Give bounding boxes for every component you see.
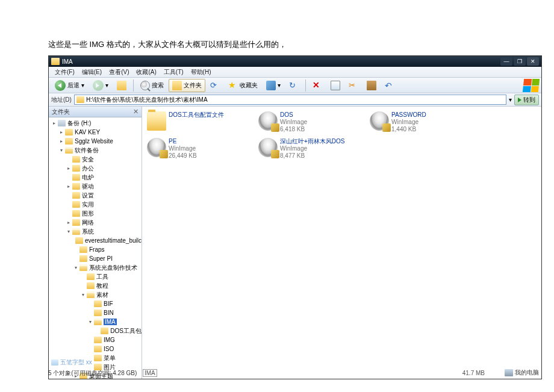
file-item[interactable]: PEWinImage26,449 KB — [146, 137, 251, 161]
menu-file[interactable]: 文件(F) — [51, 68, 78, 76]
file-item[interactable]: DOSWinImage6,418 KB — [257, 110, 363, 134]
file-item[interactable]: PASSWORDWinImage1,440 KB — [369, 110, 474, 134]
back-icon — [55, 80, 66, 91]
file-item[interactable]: 深山红叶+雨林木风DOSWinImage8,477 KB — [257, 137, 363, 161]
cut-button[interactable]: ✂ — [345, 79, 362, 92]
tree-node[interactable]: ▾系统光盘制作技术 — [49, 263, 142, 272]
expand-icon[interactable]: ▸ — [58, 138, 64, 144]
folder-tree[interactable]: ▸备份 (H:)▸KAV KEY▸Sgglz Website▾软件备份安全▸办公… — [49, 117, 142, 379]
expand-icon[interactable]: ▸ — [51, 120, 57, 126]
tree-node[interactable]: Super PI — [49, 254, 142, 263]
address-dropdown[interactable]: ▾ — [509, 96, 512, 103]
undo-button[interactable]: ↶ — [381, 79, 398, 92]
tree-node[interactable]: BIF — [49, 299, 142, 308]
expand-icon[interactable]: ▸ — [58, 129, 64, 135]
sync-button[interactable]: ↻ — [285, 79, 302, 92]
expand-icon[interactable]: ▾ — [58, 148, 64, 153]
tree-node[interactable]: ▸驱动 — [49, 182, 142, 191]
maximize-button[interactable]: ❐ — [514, 57, 526, 66]
tree-node[interactable]: ISO — [49, 344, 142, 353]
expand-icon[interactable] — [87, 310, 93, 316]
tree-node[interactable]: 安全 — [49, 155, 142, 164]
views-button[interactable]: ▾ — [263, 79, 284, 92]
expand-icon[interactable]: ▸ — [66, 220, 71, 225]
favorites-button[interactable]: ★ 收藏夹 — [225, 79, 261, 92]
file-name: PE — [169, 138, 197, 145]
expand-icon[interactable]: ▸ — [66, 184, 71, 189]
computer-icon — [505, 369, 513, 376]
menu-tools[interactable]: 工具(T) — [160, 68, 187, 76]
paste-button[interactable] — [363, 79, 380, 92]
address-input[interactable]: H:\软件备份\系统\系统光盘制作技术\素材\IMA — [74, 95, 506, 105]
tree-node[interactable]: ▾系统 — [49, 227, 142, 236]
tree-node[interactable]: 教程 — [49, 281, 142, 290]
expand-icon[interactable] — [73, 247, 78, 252]
sidebar-close-icon[interactable]: ✕ — [133, 108, 138, 116]
file-item[interactable]: DOS工具包配置文件 — [146, 110, 251, 134]
expand-icon[interactable] — [66, 193, 71, 198]
tree-node-label: 系统 — [82, 228, 94, 236]
go-label: 转到 — [523, 96, 535, 104]
expand-icon[interactable] — [66, 202, 71, 207]
expand-icon[interactable] — [66, 175, 71, 180]
menu-help[interactable]: 帮助(H) — [187, 68, 215, 76]
expand-icon[interactable] — [73, 256, 78, 261]
menu-favorites[interactable]: 收藏(A) — [132, 68, 160, 76]
tree-node[interactable]: 工具 — [49, 272, 142, 281]
tree-node[interactable]: ▸KAV KEY — [49, 128, 142, 137]
tree-node[interactable]: BIN — [49, 308, 142, 317]
expand-icon[interactable]: ▸ — [66, 166, 71, 171]
up-button[interactable] — [113, 79, 130, 92]
expand-icon[interactable] — [95, 328, 99, 334]
tree-node[interactable]: ▸网络 — [49, 218, 142, 227]
expand-icon[interactable] — [66, 157, 71, 162]
tree-node[interactable]: 实用 — [49, 200, 142, 209]
tree-node[interactable]: ▾软件备份 — [49, 146, 142, 155]
close-button[interactable]: ✕ — [527, 57, 539, 66]
expand-icon[interactable] — [87, 301, 93, 306]
tree-node[interactable]: 设置 — [49, 191, 142, 200]
tree-node[interactable]: ▸备份 (H:) — [49, 119, 142, 128]
tree-node-label: 菜单 — [104, 354, 116, 362]
search-button[interactable]: 搜索 — [137, 79, 167, 92]
tree-node[interactable]: ▸Sgglz Website — [49, 137, 142, 146]
forward-button[interactable]: ▾ — [89, 78, 112, 93]
expand-icon[interactable] — [87, 337, 93, 343]
expand-icon[interactable]: ▾ — [87, 319, 93, 325]
expand-icon[interactable]: ▾ — [80, 292, 86, 297]
tree-node[interactable]: everestultimate_builc — [49, 236, 142, 245]
tree-node[interactable]: Fraps — [49, 245, 142, 254]
expand-icon[interactable] — [73, 238, 74, 243]
tree-node-label: 图形 — [82, 210, 94, 218]
expand-icon[interactable]: ▾ — [73, 265, 78, 270]
tree-node[interactable]: ▾IMA — [49, 317, 142, 326]
expand-icon[interactable] — [80, 283, 86, 288]
file-list[interactable]: DOS工具包配置文件DOSWinImage6,418 KBPASSWORDWin… — [142, 107, 541, 379]
file-meta: 深山红叶+雨林木风DOSWinImage8,477 KB — [280, 138, 345, 160]
sidebar-item-hidden[interactable]: 五笔字型 xx — [51, 358, 92, 367]
separator — [133, 79, 134, 92]
tree-node-label: 软件备份 — [75, 146, 99, 155]
expand-icon[interactable] — [87, 346, 93, 352]
expand-icon[interactable]: ▾ — [66, 229, 71, 234]
menu-view[interactable]: 查看(V) — [105, 68, 132, 76]
file-meta: DOS工具包配置文件 — [169, 111, 224, 119]
tree-node[interactable]: DOS工具包 — [49, 326, 142, 335]
menu-edit[interactable]: 编辑(E) — [78, 68, 105, 76]
tree-node[interactable]: 电炉 — [49, 173, 142, 182]
tree-node[interactable]: ▸办公 — [49, 164, 142, 173]
folders-button[interactable]: 文件夹 — [169, 79, 205, 92]
undo-icon: ↶ — [385, 81, 394, 90]
copy-button[interactable] — [327, 79, 344, 92]
tree-node-label: Fraps — [89, 246, 105, 253]
expand-icon[interactable] — [66, 211, 71, 216]
tree-node[interactable]: IMG — [49, 335, 142, 344]
delete-button[interactable]: ✕ — [309, 79, 326, 92]
go-button[interactable]: 转到 — [514, 95, 539, 105]
history-button[interactable]: ⟳ — [207, 79, 223, 92]
tree-node[interactable]: ▾素材 — [49, 290, 142, 299]
back-button[interactable]: 后退 ▾ — [51, 78, 88, 93]
tree-node[interactable]: 图形 — [49, 209, 142, 218]
expand-icon[interactable] — [80, 274, 86, 279]
minimize-button[interactable]: — — [500, 57, 512, 66]
